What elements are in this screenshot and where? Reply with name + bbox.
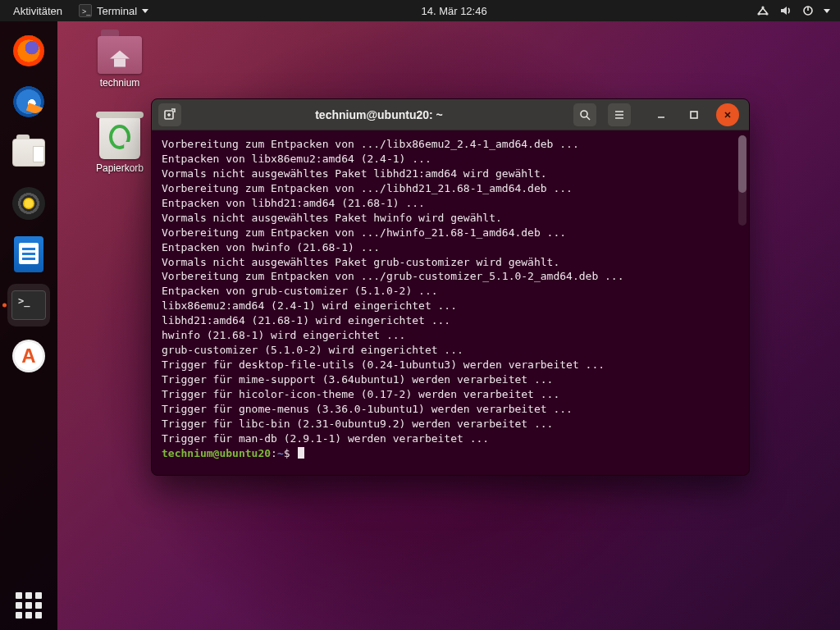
new-tab-button[interactable] xyxy=(158,103,181,126)
terminal-cursor xyxy=(298,447,304,459)
volume-icon xyxy=(779,5,792,16)
launcher-writer[interactable] xyxy=(7,233,50,276)
terminal-line: grub-customizer (5.1.0-2) wird eingerich… xyxy=(162,343,739,358)
prompt-sep: : xyxy=(271,447,277,459)
activities-button[interactable]: Aktivitäten xyxy=(5,5,71,17)
terminal-line: Trigger für gnome-menus (3.36.0-1ubuntu1… xyxy=(162,402,739,417)
desktop-icon-home[interactable]: technium xyxy=(82,36,158,89)
software-updater-icon: A xyxy=(12,340,45,372)
terminal-output[interactable]: Vorbereitung zum Entpacken von .../libx8… xyxy=(152,130,749,475)
app-menu-label: Terminal xyxy=(97,5,137,17)
minimize-button[interactable] xyxy=(651,104,672,126)
launcher-terminal[interactable] xyxy=(7,284,50,326)
terminal-scrollbar[interactable] xyxy=(738,135,746,226)
apps-grid-icon xyxy=(16,592,42,619)
window-title: technium@ubuntu20: ~ xyxy=(185,108,573,121)
files-icon xyxy=(12,139,45,167)
scrollbar-thumb[interactable] xyxy=(738,135,746,193)
terminal-line: Vormals nicht ausgewähltes Paket hwinfo … xyxy=(162,211,739,226)
prompt-dollar: $ xyxy=(284,447,297,459)
terminal-icon xyxy=(11,290,46,320)
dock: A xyxy=(0,21,57,630)
terminal-line: Trigger für desktop-file-utils (0.24-1ub… xyxy=(162,358,739,372)
terminal-prompt[interactable]: technium@ubuntu20:~$ xyxy=(162,446,739,461)
launcher-thunderbird[interactable] xyxy=(7,80,50,123)
terminal-mini-icon: >_ xyxy=(79,4,92,17)
launcher-firefox[interactable] xyxy=(7,30,50,72)
thunderbird-icon xyxy=(13,86,44,117)
top-panel: Aktivitäten >_ Terminal 14. Mär 12:46 xyxy=(0,0,840,21)
desktop-icon-label: Papierkorb xyxy=(82,162,158,174)
terminal-line: Entpacken von hwinfo (21.68-1) ... xyxy=(162,240,739,255)
search-button[interactable] xyxy=(573,103,596,126)
prompt-path: ~ xyxy=(277,447,284,459)
terminal-line: Vorbereitung zum Entpacken von .../libhd… xyxy=(162,181,739,196)
system-status-area[interactable] xyxy=(751,5,835,16)
terminal-line: libhd21:amd64 (21.68-1) wird eingerichte… xyxy=(162,313,739,328)
desktop-icon-label: technium xyxy=(82,77,158,89)
svg-point-5 xyxy=(581,111,587,117)
folder-home-icon xyxy=(98,36,142,74)
hamburger-menu-button[interactable] xyxy=(608,103,631,126)
terminal-line: Trigger für man-db (2.9.1-1) werden vera… xyxy=(162,431,739,446)
clock[interactable]: 14. Mär 12:46 xyxy=(413,5,495,17)
trash-icon xyxy=(99,115,140,159)
power-icon xyxy=(802,5,814,16)
rhythmbox-icon xyxy=(12,187,45,220)
firefox-icon xyxy=(13,35,44,66)
launcher-software-updater[interactable]: A xyxy=(7,335,50,377)
running-indicator xyxy=(2,304,7,308)
close-button[interactable] xyxy=(716,103,739,126)
show-applications-button[interactable] xyxy=(0,592,57,619)
terminal-line: Vormals nicht ausgewähltes Paket grub-cu… xyxy=(162,255,739,270)
terminal-line: Entpacken von libhd21:amd64 (21.68-1) ..… xyxy=(162,196,739,211)
terminal-window: technium@ubuntu20: ~ Vorbereitung zum xyxy=(151,98,750,476)
terminal-line: Entpacken von libx86emu2:amd64 (2.4-1) .… xyxy=(162,152,739,167)
maximize-button[interactable] xyxy=(683,104,705,126)
terminal-line: Trigger für libc-bin (2.31-0ubuntu9.2) w… xyxy=(162,417,739,431)
launcher-files[interactable] xyxy=(7,131,50,174)
terminal-line: Vorbereitung zum Entpacken von .../libx8… xyxy=(162,137,739,152)
chevron-down-icon xyxy=(824,9,830,13)
terminal-line: Vormals nicht ausgewähltes Paket libhd21… xyxy=(162,167,739,181)
svg-rect-6 xyxy=(691,112,697,118)
terminal-line: Entpacken von grub-customizer (5.1.0-2) … xyxy=(162,284,739,299)
terminal-line: Trigger für mime-support (3.64ubuntu1) w… xyxy=(162,372,739,387)
terminal-line: libx86emu2:amd64 (2.4-1) wird eingericht… xyxy=(162,299,739,313)
writer-icon xyxy=(14,236,43,272)
terminal-line: Vorbereitung zum Entpacken von .../grub-… xyxy=(162,269,739,284)
prompt-user: technium@ubuntu20 xyxy=(162,447,271,459)
network-icon xyxy=(756,5,769,16)
desktop-icon-trash[interactable]: Papierkorb xyxy=(82,115,158,174)
chevron-down-icon xyxy=(142,9,148,13)
window-titlebar[interactable]: technium@ubuntu20: ~ xyxy=(152,99,749,130)
terminal-line: Vorbereitung zum Entpacken von .../hwinf… xyxy=(162,226,739,240)
app-menu[interactable]: >_ Terminal xyxy=(71,4,157,17)
launcher-rhythmbox[interactable] xyxy=(7,182,50,225)
terminal-line: hwinfo (21.68-1) wird eingerichtet ... xyxy=(162,328,739,343)
terminal-line: Trigger für hicolor-icon-theme (0.17-2) … xyxy=(162,387,739,402)
